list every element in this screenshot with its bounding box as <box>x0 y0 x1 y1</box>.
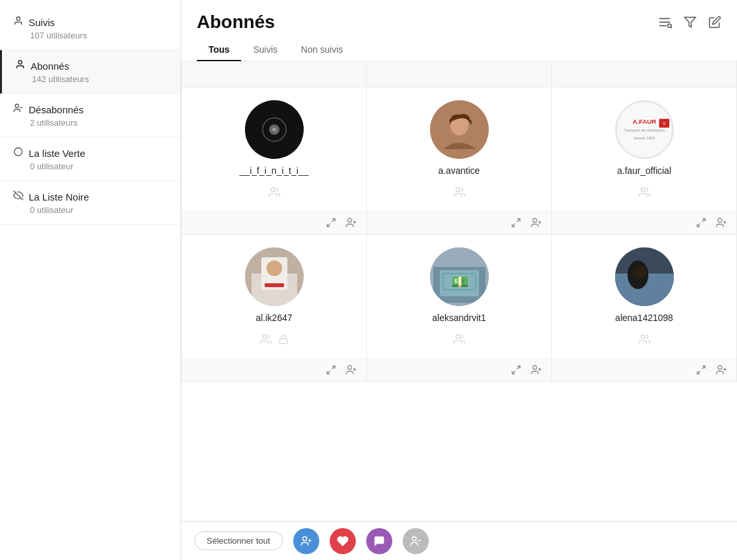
avatar-avantice <box>430 100 489 159</box>
user-card-faur: A.FAUR Transport de champions V depuis 1… <box>552 87 737 234</box>
card-actions-alik <box>182 358 366 381</box>
svg-text:A.FAUR: A.FAUR <box>632 118 656 125</box>
person-icon-abonnes <box>15 59 25 72</box>
expand-btn-aleksandr[interactable] <box>511 365 521 375</box>
username-alena: alena1421098 <box>615 313 673 323</box>
expand-btn-faur[interactable] <box>696 217 706 228</box>
svg-text:Transport de champions: Transport de champions <box>624 128 665 132</box>
partial-card-1 <box>182 61 367 87</box>
svg-line-71 <box>697 371 701 374</box>
person-remove-icon <box>13 103 23 116</box>
remove-action-btn[interactable] <box>403 528 429 554</box>
svg-line-25 <box>517 219 520 222</box>
sidebar-item-abonnes[interactable]: Abonnés 142 utilisateurs <box>0 50 181 94</box>
avatar-aleksandr: 💵 <box>430 247 489 306</box>
lock-icon <box>278 334 289 344</box>
svg-point-78 <box>412 537 416 540</box>
group-icon-3 <box>639 186 650 198</box>
card-icons-aleksandr <box>454 329 465 352</box>
sidebar: Suivis 107 utilisateurs Abonnés 142 util… <box>0 0 181 560</box>
svg-point-15 <box>272 128 276 132</box>
page-title: Abonnés <box>197 12 275 33</box>
svg-line-10 <box>671 27 672 28</box>
svg-line-50 <box>327 371 330 374</box>
svg-point-75 <box>302 537 306 540</box>
svg-point-24 <box>455 188 459 191</box>
user-card-alena: alena1421098 <box>552 234 737 382</box>
svg-point-47 <box>262 335 266 339</box>
filter-icon[interactable] <box>684 16 697 29</box>
add-follow-action-btn[interactable] <box>293 528 319 554</box>
expand-btn-alik[interactable] <box>326 365 336 375</box>
add-follow-btn-infiniti[interactable] <box>345 217 357 229</box>
svg-marker-11 <box>685 18 696 27</box>
main-content: Abonnés <box>181 0 737 560</box>
username-infiniti: __i_f_i_n_i_t_i__ <box>240 165 309 176</box>
user-card-infiniti: __i_f_i_n_i_t_i__ <box>182 87 367 234</box>
svg-rect-48 <box>280 339 287 343</box>
svg-point-51 <box>348 365 352 369</box>
svg-point-72 <box>718 365 722 369</box>
list-search-icon[interactable] <box>658 15 672 29</box>
svg-line-38 <box>697 223 701 227</box>
svg-point-27 <box>533 218 537 222</box>
sidebar-suivis-label: Suivis <box>29 17 55 28</box>
sidebar-item-liste-noire[interactable]: La Liste Noire 0 utilisateur <box>0 181 181 225</box>
svg-point-68 <box>633 266 646 279</box>
like-action-btn[interactable] <box>330 528 356 554</box>
svg-point-1 <box>18 61 22 64</box>
username-alik: al.ik2647 <box>255 313 292 323</box>
add-follow-btn-alena[interactable] <box>715 364 727 376</box>
card-actions-faur <box>552 211 736 234</box>
add-follow-btn-alik[interactable] <box>345 364 357 376</box>
svg-point-62 <box>533 365 537 369</box>
svg-point-4 <box>14 148 22 156</box>
group-icon-4 <box>260 333 272 345</box>
edit-icon[interactable] <box>708 16 721 29</box>
user-grid: __i_f_i_n_i_t_i__ <box>181 87 737 382</box>
message-action-btn[interactable] <box>366 528 392 554</box>
user-card-avantice: a.avantice <box>367 87 552 234</box>
user-grid-area: __i_f_i_n_i_t_i__ <box>181 61 737 521</box>
expand-btn-infiniti[interactable] <box>326 217 336 228</box>
username-aleksandr: aleksandrvit1 <box>432 313 486 323</box>
svg-point-45 <box>267 260 282 276</box>
tab-suivis[interactable]: Suivis <box>241 39 289 61</box>
svg-line-61 <box>512 371 515 374</box>
group-icon-5 <box>454 333 465 345</box>
svg-line-26 <box>512 223 515 227</box>
main-header: Abonnés <box>181 0 737 61</box>
add-follow-btn-aleksandr[interactable] <box>530 364 542 376</box>
svg-point-0 <box>16 17 20 20</box>
card-actions-aleksandr <box>367 358 551 381</box>
expand-btn-avantice[interactable] <box>511 217 521 228</box>
sidebar-liste-noire-count: 0 utilisateur <box>30 205 167 215</box>
svg-line-60 <box>517 366 520 369</box>
group-icon <box>268 186 280 198</box>
card-icons-alik <box>260 329 289 352</box>
user-card-alik: al.ik2647 <box>182 234 367 382</box>
group-icon-6 <box>639 333 650 345</box>
svg-point-2 <box>15 104 18 107</box>
sidebar-item-desabonnes[interactable]: Désabonnés 2 utilisateurs <box>0 94 181 137</box>
avatar-alena <box>615 247 674 306</box>
card-actions-alena <box>552 358 736 381</box>
add-follow-btn-avantice[interactable] <box>530 217 542 229</box>
svg-text:depuis 1952: depuis 1952 <box>634 136 655 140</box>
svg-point-69 <box>641 335 644 339</box>
add-follow-btn-faur[interactable] <box>715 217 727 229</box>
card-icons-infiniti <box>268 182 280 204</box>
eye-off-icon <box>13 190 23 203</box>
sidebar-item-suivis[interactable]: Suivis 107 utilisateurs <box>0 7 181 50</box>
user-card-aleksandr: 💵 aleksandrvit1 <box>367 234 552 382</box>
tab-tous[interactable]: Tous <box>197 39 241 61</box>
card-icons-avantice <box>454 182 465 204</box>
sidebar-item-liste-verte[interactable]: La liste Verte 0 utilisateur <box>0 137 181 181</box>
username-avantice: a.avantice <box>439 165 480 176</box>
card-actions-infiniti <box>182 211 366 234</box>
tab-non-suivis[interactable]: Non suivis <box>289 39 355 61</box>
expand-btn-alena[interactable] <box>696 365 706 375</box>
select-all-button[interactable]: Sélectionner tout <box>194 531 283 550</box>
svg-point-36 <box>641 188 644 191</box>
svg-point-39 <box>718 218 722 222</box>
